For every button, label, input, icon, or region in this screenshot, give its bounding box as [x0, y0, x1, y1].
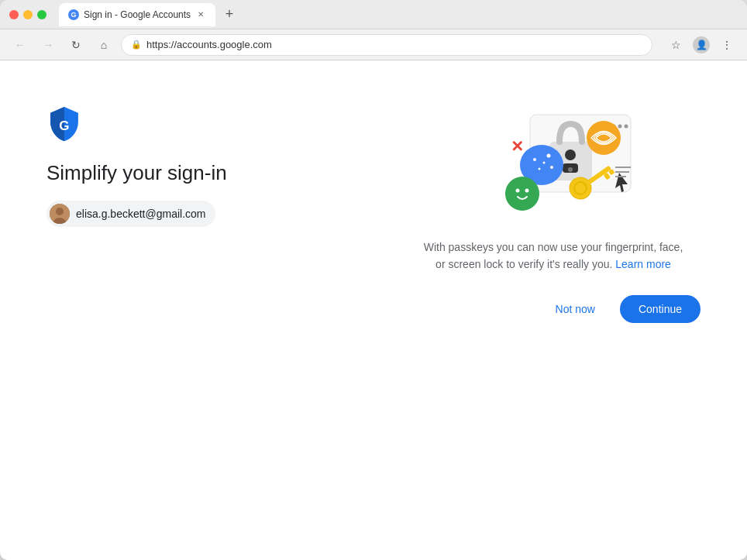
svg-point-22: [525, 189, 529, 193]
svg-point-19: [543, 162, 546, 164]
tab-close-button[interactable]: ✕: [195, 9, 206, 20]
menu-button[interactable]: ⋮: [716, 34, 738, 56]
back-button[interactable]: ←: [9, 34, 31, 56]
user-chip: elisa.g.beckett@gmail.com: [46, 201, 215, 227]
traffic-lights: [9, 10, 46, 19]
svg-point-18: [550, 166, 553, 169]
profile-button[interactable]: 👤: [693, 36, 710, 53]
address-bar-row: ← → ↻ ⌂ 🔒 https://accounts.google.com ☆ …: [0, 29, 747, 60]
address-bar[interactable]: 🔒 https://accounts.google.com: [121, 34, 652, 56]
not-now-button[interactable]: Not now: [540, 295, 611, 323]
passkey-illustration: ✕: [437, 99, 670, 239]
close-button[interactable]: [9, 10, 19, 19]
minimize-button[interactable]: [23, 10, 33, 19]
page-content: G Simplify your sign-in elisa.g.beckett@…: [0, 60, 747, 560]
headline: Simplify your sign-in: [46, 161, 406, 185]
svg-point-21: [516, 189, 520, 193]
svg-point-10: [565, 149, 576, 160]
svg-point-7: [618, 125, 622, 129]
home-button[interactable]: ⌂: [93, 34, 115, 56]
tab-bar: G Sign in - Google Accounts ✕ +: [59, 3, 738, 26]
title-bar: G Sign in - Google Accounts ✕ +: [0, 0, 747, 29]
url-text: https://accounts.google.com: [146, 39, 272, 50]
svg-point-20: [505, 177, 539, 211]
active-tab[interactable]: G Sign in - Google Accounts ✕: [59, 3, 215, 26]
svg-point-4: [50, 204, 70, 224]
svg-point-17: [539, 168, 541, 170]
bookmark-button[interactable]: ☆: [665, 34, 687, 56]
svg-text:✕: ✕: [511, 138, 524, 155]
new-tab-button[interactable]: +: [219, 4, 240, 26]
svg-point-12: [568, 167, 573, 172]
user-email: elisa.g.beckett@gmail.com: [76, 208, 206, 220]
description-text: With passkeys you can now use your finge…: [422, 239, 685, 273]
svg-point-15: [533, 158, 536, 161]
button-row: Not now Continue: [406, 295, 701, 323]
forward-button[interactable]: →: [37, 34, 59, 56]
svg-text:G: G: [59, 119, 69, 133]
learn-more-link[interactable]: Learn more: [615, 258, 671, 270]
address-right-controls: ☆ 👤 ⋮: [665, 34, 738, 56]
refresh-button[interactable]: ↻: [65, 34, 87, 56]
left-panel: G Simplify your sign-in elisa.g.beckett@…: [46, 91, 406, 227]
user-avatar: [50, 204, 70, 224]
svg-point-8: [625, 125, 628, 129]
continue-button[interactable]: Continue: [620, 295, 701, 323]
tab-favicon: G: [68, 9, 79, 20]
browser-window: G Sign in - Google Accounts ✕ + ← → ↻ ⌂ …: [0, 0, 747, 560]
lock-icon: 🔒: [131, 40, 142, 50]
right-panel: ✕ With passkeys you can now use your fin…: [406, 91, 701, 323]
tab-title: Sign in - Google Accounts: [84, 9, 191, 20]
svg-point-16: [547, 154, 551, 158]
maximize-button[interactable]: [37, 10, 46, 19]
google-shield-logo: G: [46, 107, 82, 143]
page-inner: G Simplify your sign-in elisa.g.beckett@…: [0, 60, 747, 560]
